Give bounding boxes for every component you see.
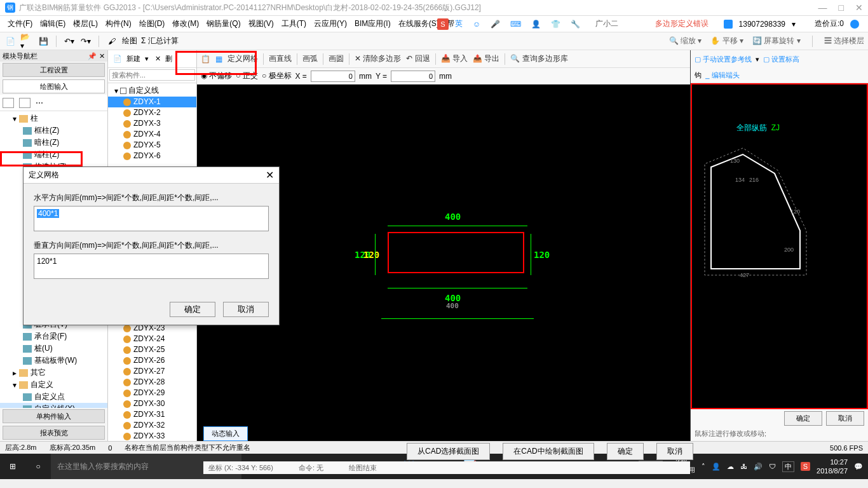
comp-item[interactable]: ZDYX-2 xyxy=(108,107,196,118)
ime-shirt-icon[interactable]: 👕 xyxy=(547,18,564,30)
comp-item[interactable]: ZDYX-4 xyxy=(108,129,196,140)
comp-item[interactable]: ZDYX-29 xyxy=(108,388,196,398)
coins-label[interactable]: 造价豆:0 xyxy=(811,17,848,31)
menu-draw[interactable]: 绘图(D) xyxy=(135,17,169,31)
tree-pile[interactable]: 桩(U) xyxy=(0,342,107,355)
new-file-icon[interactable]: 📄 xyxy=(4,35,17,48)
draw-input-button[interactable]: 绘图输入 xyxy=(3,79,105,93)
undo-icon[interactable]: ↶▾ xyxy=(63,35,76,48)
tray-people-icon[interactable]: 👤 xyxy=(712,463,721,471)
project-settings-button[interactable]: 工程设置 xyxy=(3,63,105,77)
comp-item[interactable]: ZDYX-5 xyxy=(108,140,196,151)
tree-custom-point[interactable]: 自定义点 xyxy=(0,391,107,403)
clear-poly-button[interactable]: ✕ 清除多边形 xyxy=(355,53,401,64)
zoom-tool[interactable]: 🔍 缩放 ▾ xyxy=(669,36,702,46)
set-ref-line-button[interactable]: ▢ 手动设置参考线 xyxy=(695,55,752,64)
draw-arc-button[interactable]: 画弧 xyxy=(302,53,318,64)
sigma-calc[interactable]: Σ 汇总计算 xyxy=(141,36,179,46)
single-comp-input-button[interactable]: 单构件输入 xyxy=(3,409,105,423)
edit-end-button[interactable]: ⎯ 编辑端头 xyxy=(705,71,740,80)
comp-item[interactable]: ZDYX-26 xyxy=(108,355,196,366)
comp-item[interactable]: ZDYX-28 xyxy=(108,377,196,388)
menu-component[interactable]: 构件(N) xyxy=(102,17,135,31)
comp-item[interactable]: ZDYX-25 xyxy=(108,344,196,355)
start-button[interactable]: ⊞ xyxy=(0,454,25,479)
menu-view[interactable]: 视图(V) xyxy=(245,17,278,31)
minimize-button[interactable]: — xyxy=(818,3,827,13)
paint-icon[interactable]: 🖌 xyxy=(105,35,118,48)
ime-wrench-icon[interactable]: 🔧 xyxy=(567,18,584,30)
draw-in-cad-button[interactable]: 在CAD中绘制截面图 xyxy=(503,443,593,460)
menu-online[interactable]: 在线服务(S) xyxy=(395,17,443,31)
gxe-label[interactable]: 广小二 xyxy=(592,17,622,31)
ime-lang[interactable]: 英 xyxy=(451,17,466,31)
ime-user-icon[interactable]: 👤 xyxy=(527,18,545,30)
polar-radio[interactable]: ○ 极坐标 xyxy=(262,71,292,81)
cortana-icon[interactable]: ○ xyxy=(25,454,51,479)
report-preview-button[interactable]: 报表预览 xyxy=(3,426,105,440)
rotate-tool[interactable]: 🔄 屏幕旋转 ▾ xyxy=(752,36,801,46)
tree-hidden-col[interactable]: 暗柱(Z) xyxy=(0,137,107,149)
taskbar-clock[interactable]: 10:272018/8/27 xyxy=(817,458,848,476)
menu-tools[interactable]: 工具(T) xyxy=(278,17,310,31)
comp-item[interactable]: ZDYX-32 xyxy=(108,420,196,431)
dialog-close-icon[interactable]: ✕ xyxy=(266,169,274,181)
menu-rebar[interactable]: 钢筋量(Q) xyxy=(203,17,244,31)
query-poly-button[interactable]: 🔍 查询多边形库 xyxy=(510,53,567,64)
undo-button[interactable]: ↶ 回退 xyxy=(406,53,430,64)
ime-mic-icon[interactable]: 🎤 xyxy=(487,18,504,30)
maximize-button[interactable]: □ xyxy=(839,3,844,13)
menu-bim[interactable]: BIM应用(I) xyxy=(351,17,395,31)
canvas-cancel-button[interactable]: 取消 xyxy=(656,443,693,460)
comp-item[interactable]: ZDYX-3 xyxy=(108,118,196,129)
tray-up-icon[interactable]: ˄ xyxy=(702,463,705,471)
x-input[interactable] xyxy=(311,71,355,82)
section-preview[interactable]: 全部纵筋 ZJ 130 134 216 120 200 427 xyxy=(691,83,868,409)
comp-item[interactable]: ZDYX-27 xyxy=(108,366,196,377)
v-spacing-input[interactable]: 120*1 xyxy=(34,254,269,279)
pin-icon[interactable]: 📌 xyxy=(88,52,97,60)
menu-file[interactable]: 文件(F) xyxy=(4,17,36,31)
menu-modify[interactable]: 修改(M) xyxy=(168,17,203,31)
comp-item[interactable]: ZDYX-30 xyxy=(108,398,196,409)
draw-circle-button[interactable]: 画圆 xyxy=(329,53,344,64)
comp-item[interactable]: ZDYX-33 xyxy=(108,431,196,441)
ime-tool-icon[interactable]: ☺ xyxy=(469,18,484,30)
comp-item[interactable]: ZDYX-6 xyxy=(108,151,196,161)
tree-expand-icon[interactable] xyxy=(3,98,14,108)
ime-kbd-icon[interactable]: ⌨ xyxy=(506,18,525,30)
tray-sogou-icon[interactable]: S xyxy=(801,462,810,471)
tray-vol-icon[interactable]: 🔊 xyxy=(754,463,763,471)
tree-collapse-icon[interactable] xyxy=(19,98,31,108)
new-comp-button[interactable]: 📄 新建 ▾ xyxy=(111,53,151,65)
pan-tool[interactable]: ✋ 平移 ▾ xyxy=(710,36,743,46)
tree-other[interactable]: ▸其它 xyxy=(0,367,107,379)
import-button[interactable]: 📥 导入 xyxy=(441,53,468,64)
comp-item[interactable]: ZDYX-1 xyxy=(108,97,196,107)
open-file-icon[interactable]: 📂▾ xyxy=(20,35,33,48)
export-button[interactable]: 📤 导出 xyxy=(473,53,499,64)
tree-custom[interactable]: ▾自定义 xyxy=(0,379,107,391)
hook-button[interactable]: 钩 xyxy=(695,71,702,80)
dialog-ok-button[interactable]: 确定 xyxy=(170,302,215,317)
h-spacing-input[interactable]: 400*1 xyxy=(34,206,269,231)
tree-frame-col[interactable]: 框柱(Z) xyxy=(0,125,107,137)
menu-floor[interactable]: 楼层(L) xyxy=(69,17,102,31)
set-elev-button[interactable]: ▢ 设置标高 xyxy=(763,55,799,64)
close-button[interactable]: ✕ xyxy=(855,3,863,13)
dialog-cancel-button[interactable]: 取消 xyxy=(223,302,269,317)
y-input[interactable] xyxy=(391,71,435,82)
dynamic-input-badge[interactable]: 动态输入 xyxy=(203,426,248,441)
paint-label[interactable]: 绘图 xyxy=(122,36,137,46)
right-ok-button[interactable]: 确定 xyxy=(784,411,822,426)
right-cancel-button[interactable]: 取消 xyxy=(826,411,864,426)
draw-line-button[interactable]: 画直线 xyxy=(269,53,292,64)
tree-more-icon[interactable]: ⋯ xyxy=(36,98,43,107)
comp-item[interactable]: ZDYX-24 xyxy=(108,334,196,344)
tree-found-strip[interactable]: 基础板带(W) xyxy=(0,355,107,367)
tray-net-icon[interactable]: 🖧 xyxy=(740,463,747,470)
poly-error-label[interactable]: 多边形定义错误 xyxy=(651,17,712,31)
select-from-cad-button[interactable]: 从CAD选择截面图 xyxy=(407,443,490,460)
tree-cap-beam[interactable]: 承台梁(F) xyxy=(0,330,107,342)
close-panel-icon[interactable]: ✕ xyxy=(99,52,105,60)
